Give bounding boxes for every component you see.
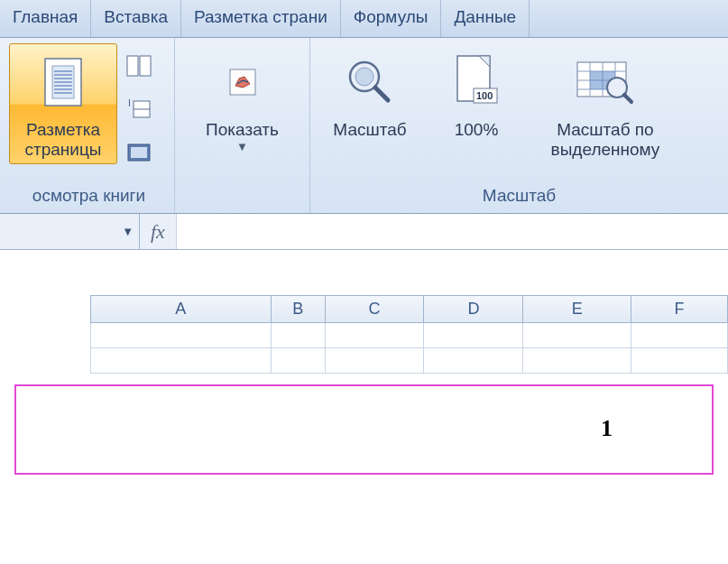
tab-home[interactable]: Главная xyxy=(0,0,91,37)
grid-rows xyxy=(90,323,728,374)
cell[interactable] xyxy=(523,323,631,348)
show-button[interactable]: Показать ▼ xyxy=(185,43,300,159)
ribbon-tabs: Главная Вставка Разметка страни Формулы … xyxy=(0,0,728,38)
zoom-button[interactable]: Масштаб xyxy=(316,43,424,144)
svg-line-33 xyxy=(624,95,631,102)
sheet-area: A B C D E F 1 xyxy=(0,250,728,475)
tab-page-layout[interactable]: Разметка страни xyxy=(181,0,341,37)
cell[interactable] xyxy=(631,323,728,348)
group-view-modes-label: осмотра книги xyxy=(4,182,174,213)
cell[interactable] xyxy=(631,348,728,374)
custom-views-icon xyxy=(126,143,152,162)
normal-view-button[interactable] xyxy=(121,49,157,83)
cell[interactable] xyxy=(424,323,523,348)
zoom-100-label: 100% xyxy=(455,120,499,140)
col-header-b[interactable]: B xyxy=(272,296,326,323)
group-zoom-label: Масштаб xyxy=(310,182,728,213)
col-header-e[interactable]: E xyxy=(523,296,631,323)
document-100-icon: 100 xyxy=(452,50,501,115)
cell[interactable] xyxy=(326,348,425,374)
cell[interactable] xyxy=(424,348,523,374)
zoom-label: Масштаб xyxy=(333,120,406,140)
page-layout-icon xyxy=(41,50,85,115)
svg-rect-15 xyxy=(131,147,147,158)
fx-button[interactable]: fx xyxy=(140,220,176,244)
svg-text:I: I xyxy=(128,98,131,108)
tab-formulas[interactable]: Формулы xyxy=(341,0,442,37)
name-box[interactable]: ▼ xyxy=(0,214,140,249)
page-break-icon: I xyxy=(126,97,152,121)
show-label: Показать xyxy=(206,120,279,140)
col-header-f[interactable]: F xyxy=(631,296,728,323)
show-icon xyxy=(223,50,263,115)
table-row xyxy=(91,348,728,374)
page-layout-view-button[interactable]: Разметка страницы xyxy=(9,43,117,164)
chevron-down-icon: ▼ xyxy=(122,225,134,238)
page-number: 1 xyxy=(601,415,613,442)
page-layout-view-label: Разметка страницы xyxy=(25,120,102,160)
svg-point-18 xyxy=(355,68,373,86)
group-show: Показать ▼ xyxy=(175,38,310,213)
page-header-box[interactable]: 1 xyxy=(14,384,714,475)
svg-line-19 xyxy=(375,88,388,100)
table-row xyxy=(91,323,728,348)
custom-views-button[interactable] xyxy=(121,135,157,170)
tab-insert[interactable]: Вставка xyxy=(91,0,181,37)
cell[interactable] xyxy=(523,348,631,374)
cell[interactable] xyxy=(326,323,425,348)
svg-rect-9 xyxy=(127,56,138,76)
zoom-selection-label: Масштаб по выделенному xyxy=(551,120,660,160)
col-header-d[interactable]: D xyxy=(424,296,523,323)
column-headers: A B C D E F xyxy=(90,295,728,323)
cell[interactable] xyxy=(272,348,326,374)
col-header-a[interactable]: A xyxy=(91,296,272,323)
tab-data[interactable]: Данные xyxy=(441,0,530,37)
ribbon: Разметка страницы I xyxy=(0,38,728,214)
group-view-modes: Разметка страницы I xyxy=(4,38,175,213)
cell[interactable] xyxy=(272,323,326,348)
grid-magnifier-icon xyxy=(574,50,637,115)
svg-rect-10 xyxy=(140,56,151,76)
cell[interactable] xyxy=(91,323,272,348)
chevron-down-icon: ▼ xyxy=(236,141,248,154)
cell[interactable] xyxy=(91,348,272,374)
zoom-selection-button[interactable]: Масштаб по выделенному xyxy=(529,43,682,164)
magnifier-icon xyxy=(345,50,395,115)
page-break-view-button[interactable]: I xyxy=(121,92,157,126)
svg-text:100: 100 xyxy=(476,90,493,101)
group-zoom: Масштаб 100 100% xyxy=(310,38,728,213)
zoom-100-button[interactable]: 100 100% xyxy=(429,43,523,144)
formula-input[interactable] xyxy=(176,214,728,249)
normal-view-icon xyxy=(126,55,152,77)
formula-bar: ▼ fx xyxy=(0,214,728,250)
col-header-c[interactable]: C xyxy=(326,296,425,323)
